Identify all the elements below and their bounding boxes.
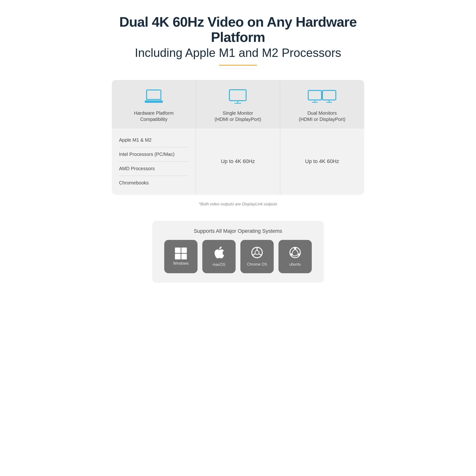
platform-chromebook: Chromebooks [119,176,188,190]
chrome-icon [251,247,263,260]
windows-label: Windows [173,261,189,266]
page-subtitle: Including Apple M1 and M2 Processors [112,46,364,60]
svg-point-18 [255,251,259,254]
dual-monitor-value: Up to 4K 60Hz [305,158,339,165]
header: Dual 4K 60Hz Video on Any Hardware Platf… [112,14,364,66]
col-header-single: Single Monitor(HDMI or DisplayPort) [196,80,280,128]
ubuntu-icon [289,247,301,260]
win-pane-tr [181,248,187,253]
win-pane-tl [175,248,181,253]
os-badge-chromeos: Chrome OS [240,240,274,273]
os-section-title: Supports All Major Operating Systems [162,228,314,234]
page-title: Dual 4K 60Hz Video on Any Hardware Platf… [112,14,364,45]
ubuntu-label: ubuntu [289,262,301,267]
dual-monitor-icon [308,88,336,106]
os-badge-macos: macOS [202,240,236,273]
os-icons-row: Windows macOS [162,240,314,273]
platform-intel: Intel Processors (PC/Mac) [119,147,188,162]
svg-rect-4 [229,90,246,101]
win-pane-bl [175,254,181,259]
os-badge-ubuntu: ubuntu [278,240,312,273]
column-headers: Hardware PlatformCompatibility Single Mo… [112,80,364,128]
win-pane-br [181,254,187,259]
macos-label: macOS [213,262,225,267]
single-monitor-value: Up to 4K 60Hz [221,158,255,165]
col-header-platform-label: Hardware PlatformCompatibility [134,110,174,122]
header-underline [219,65,257,66]
col-header-dual: Dual Monitors(HDMI or DisplayPort) [280,80,364,128]
svg-rect-7 [308,90,322,100]
dual-value-cell: Up to 4K 60Hz [280,128,364,195]
page-wrapper: Dual 4K 60Hz Video on Any Hardware Platf… [112,14,364,283]
os-section: Supports All Major Operating Systems Win… [152,221,324,283]
platform-apple: Apple M1 & M2 [119,133,188,147]
col-header-dual-label: Dual Monitors(HDMI or DisplayPort) [299,110,346,122]
col-header-platform: Hardware PlatformCompatibility [112,80,196,128]
single-monitor-icon [228,88,247,106]
windows-icon [175,248,187,259]
single-value-cell: Up to 4K 60Hz [196,128,280,195]
svg-line-16 [259,254,262,255]
os-badge-windows: Windows [164,240,198,273]
platform-amd: AMD Processors [119,162,188,176]
svg-rect-1 [145,101,163,103]
main-comparison-card: Hardware PlatformCompatibility Single Mo… [112,80,364,195]
svg-point-20 [294,247,296,249]
data-section: Apple M1 & M2 Intel Processors (PC/Mac) … [112,128,364,195]
footnote: *Both video outputs are DisplayLink outp… [199,202,277,206]
svg-line-17 [253,254,255,255]
apple-icon [214,246,224,261]
chromeos-label: Chrome OS [247,262,267,267]
svg-point-22 [298,253,300,255]
platform-column: Apple M1 & M2 Intel Processors (PC/Mac) … [112,128,196,195]
laptop-icon [144,88,163,106]
svg-rect-10 [323,90,336,100]
svg-rect-0 [147,90,161,100]
col-header-single-label: Single Monitor(HDMI or DisplayPort) [215,110,261,122]
